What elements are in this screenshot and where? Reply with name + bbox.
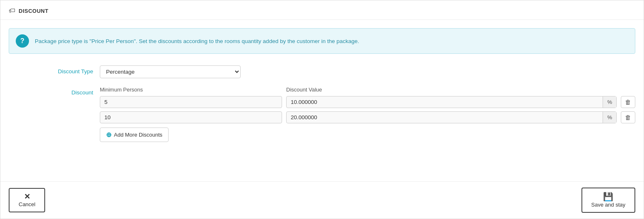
discount-control: Minimum Persons Discount Value % 🗑 [100, 87, 635, 142]
discount-type-select[interactable]: Percentage Fixed [100, 65, 241, 78]
discount-type-row: Discount Type Percentage Fixed [17, 65, 635, 78]
page-title: DISCOUNT [19, 8, 48, 14]
save-and-stay-button[interactable]: 💾 Save and stay [581, 188, 635, 213]
discount-value-input-wrap-2: % [286, 111, 617, 123]
info-box: ? Package price type is "Price Per Perso… [9, 28, 635, 54]
form-section: Discount Type Percentage Fixed Discount … [9, 65, 635, 142]
footer: ✕ Cancel 💾 Save and stay [0, 181, 644, 219]
add-more-discounts-button[interactable]: ⊕ Add More Discounts [100, 128, 169, 142]
discount-value-input-1[interactable] [287, 96, 603, 108]
delete-row-1-button[interactable]: 🗑 [621, 96, 635, 108]
delete-row-2-button[interactable]: 🗑 [621, 111, 635, 123]
percent-suffix-2: % [603, 112, 616, 123]
page-wrapper: 🏷 DISCOUNT ? Package price type is "Pric… [0, 0, 644, 219]
col-discount-value-header: Discount Value [286, 87, 635, 93]
tag-icon: 🏷 [9, 7, 15, 14]
info-text: Package price type is "Price Per Person"… [35, 38, 359, 44]
discount-value-input-2[interactable] [287, 112, 603, 123]
content-area: ? Package price type is "Price Per Perso… [0, 20, 644, 181]
save-icon: 💾 [603, 193, 613, 201]
discount-type-control: Percentage Fixed [100, 65, 635, 78]
discount-table-row: % 🗑 [100, 96, 635, 108]
save-label: Save and stay [591, 202, 625, 208]
discount-table-row: % 🗑 [100, 111, 635, 123]
add-more-label: Add More Discounts [114, 132, 162, 138]
min-persons-input-2[interactable] [100, 111, 282, 123]
cancel-label: Cancel [19, 201, 35, 207]
cancel-x-icon: ✕ [24, 193, 30, 200]
discount-type-label: Discount Type [17, 65, 100, 75]
discount-value-input-wrap-1: % [286, 96, 617, 108]
discount-row: Discount Minimum Persons Discount Value … [17, 87, 635, 142]
info-icon: ? [16, 34, 29, 48]
discount-table-header: Minimum Persons Discount Value [100, 87, 635, 93]
cancel-button[interactable]: ✕ Cancel [9, 188, 45, 212]
page-header: 🏷 DISCOUNT [0, 0, 644, 20]
percent-suffix-1: % [603, 96, 616, 108]
add-more-icon: ⊕ [106, 131, 111, 139]
min-persons-input-1[interactable] [100, 96, 282, 108]
discount-label: Discount [17, 87, 100, 96]
col-min-persons-header: Minimum Persons [100, 87, 282, 93]
